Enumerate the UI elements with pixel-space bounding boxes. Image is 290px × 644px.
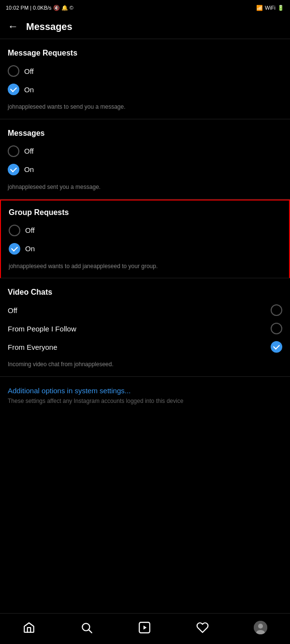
video-chats-preview: Incoming video chat from johnappleseed. [8,359,282,376]
messages-section: Messages Off On johnappleseed sent you a… [0,119,290,200]
video-people-radio[interactable] [271,323,282,334]
video-people-row[interactable]: From People I Follow [8,323,282,334]
svg-line-1 [89,630,92,632]
messages-off-label: Off [24,147,34,155]
video-chats-title: Video Chats [8,288,282,297]
status-right-icons: 📶 WiFi 🔋 [256,5,284,11]
message-requests-on-row[interactable]: On [8,84,282,95]
video-everyone-radio[interactable] [271,341,282,353]
message-requests-off-label: Off [24,67,34,75]
group-requests-section: Group Requests Off On johnappleseed want… [0,200,290,279]
message-requests-on-label: On [24,86,34,94]
video-people-label: From People I Follow [8,325,76,333]
message-requests-on-radio[interactable] [8,84,19,95]
video-everyone-row[interactable]: From Everyone [8,341,282,353]
page-header: ← Messages [0,15,290,39]
group-requests-on-row[interactable]: On [9,243,281,255]
messages-off-radio[interactable] [8,145,19,157]
group-requests-on-radio[interactable] [9,243,20,255]
messages-on-row[interactable]: On [8,164,282,175]
nav-activity-button[interactable] [196,621,209,634]
messages-on-label: On [24,165,34,173]
group-requests-title: Group Requests [9,208,281,217]
messages-off-row[interactable]: Off [8,145,282,157]
status-time-network: 10:02 PM | 0.0KB/s 🔇 🔔 © [6,5,73,11]
message-requests-off-radio[interactable] [8,65,19,77]
messages-preview: johnappleseed sent you a message. [8,182,282,199]
status-network: 0.0KB/s [33,5,52,11]
nav-profile-button[interactable] [254,621,267,634]
signal-icon: 📶 [256,5,263,11]
wifi-icon: WiFi [265,5,276,11]
additional-subtitle: These settings affect any Instagram acco… [8,398,282,404]
video-off-label: Off [8,306,17,315]
back-button[interactable]: ← [8,20,18,33]
status-time: 10:02 PM [6,5,29,11]
status-icons: 🔇 🔔 © [53,5,73,11]
video-everyone-label: From Everyone [8,343,58,351]
svg-marker-3 [144,625,147,630]
messages-on-radio[interactable] [8,164,19,175]
group-requests-off-row[interactable]: Off [9,225,281,236]
battery-icon: 🔋 [277,5,284,11]
bottom-navigation [0,613,290,644]
video-chats-section: Video Chats Off From People I Follow Fro… [0,278,290,377]
main-content: Message Requests Off On johnappleseed wa… [0,39,290,446]
video-off-row[interactable]: Off [8,304,282,316]
nav-search-button[interactable] [80,621,93,634]
nav-home-button[interactable] [23,621,35,634]
group-requests-on-label: On [25,244,35,253]
messages-title: Messages [8,129,282,138]
message-requests-section: Message Requests Off On johnappleseed wa… [0,39,290,119]
nav-reels-button[interactable] [138,621,151,634]
additional-section: Additional options in system settings...… [0,377,290,412]
video-off-radio[interactable] [271,304,282,316]
message-requests-off-row[interactable]: Off [8,65,282,77]
status-bar: 10:02 PM | 0.0KB/s 🔇 🔔 © 📶 WiFi 🔋 [0,0,290,15]
additional-title[interactable]: Additional options in system settings... [8,386,282,395]
message-requests-title: Message Requests [8,49,282,57]
group-requests-preview: johnappleseed wants to add janeappleseed… [9,261,281,278]
page-title: Messages [26,21,72,32]
group-requests-off-radio[interactable] [9,225,20,236]
svg-point-5 [258,624,263,629]
message-requests-preview: johnappleseed wants to send you a messag… [8,102,282,119]
group-requests-off-label: Off [25,226,35,234]
